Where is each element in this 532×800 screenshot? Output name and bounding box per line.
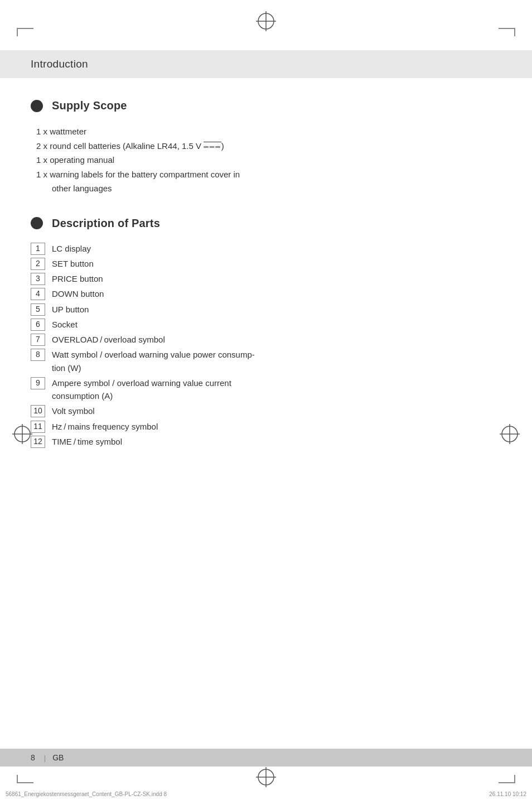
list-item: 9 Ampere symbol / overload warning value… <box>31 377 501 403</box>
list-item: 1 x wattmeter <box>36 124 501 139</box>
supply-scope-bullet <box>31 100 43 112</box>
part-text-12: TIME / time symbol <box>52 435 501 448</box>
list-item: 10 Volt symbol <box>31 404 501 417</box>
page-number: 8 <box>31 753 35 762</box>
list-item: 12 TIME / time symbol <box>31 435 501 448</box>
crosshair-right <box>500 424 520 444</box>
list-item: 1 x warning labels for the battery compa… <box>36 167 501 182</box>
list-item: 3 PRICE button <box>31 272 501 285</box>
page-wrapper: Introduction Supply Scope 1 x wattmeter … <box>0 0 532 800</box>
footer-right-text: 26.11.10 10:12 <box>489 791 526 797</box>
corner-bl <box>17 782 33 783</box>
list-item: 5 UP button <box>31 303 501 316</box>
supply-list: 1 x wattmeter 2 x round cell batteries (… <box>31 124 501 196</box>
list-item: 6 Socket <box>31 318 501 331</box>
crosshair-top <box>256 11 276 31</box>
part-text-3: PRICE button <box>52 272 501 285</box>
part-text-11: Hz / mains frequency symbol <box>52 420 501 433</box>
footer-language: GB <box>52 753 64 762</box>
part-number-4: 4 <box>31 288 45 300</box>
corner-bl-v <box>17 775 18 783</box>
part-number-7: 7 <box>31 334 45 346</box>
part-number-8: 8 <box>31 349 45 361</box>
description-of-parts-heading-container: Description of Parts <box>31 217 501 230</box>
part-text-5: UP button <box>52 303 501 316</box>
footer-band: 8 | GB <box>0 749 532 767</box>
supply-scope-heading-container: Supply Scope <box>31 99 501 112</box>
part-text-10: Volt symbol <box>52 404 501 417</box>
corner-br <box>499 782 515 783</box>
list-item: 11 Hz / mains frequency symbol <box>31 420 501 433</box>
list-item: 8 Watt symbol / overload warning value p… <box>31 348 501 374</box>
part-number-6: 6 <box>31 319 45 331</box>
page-footer-text: 56861_Energiekostenmessgeraet_Content_GB… <box>0 791 532 797</box>
crosshair-left <box>12 424 32 444</box>
main-content: Supply Scope 1 x wattmeter 2 x round cel… <box>0 99 532 448</box>
corner-tl-v <box>17 28 18 36</box>
list-item: other languages <box>36 181 501 196</box>
part-text-1: LC display <box>52 242 501 255</box>
list-item: 7 OVERLOAD / overload symbol <box>31 333 501 346</box>
footer-divider: | <box>44 754 46 762</box>
part-number-3: 3 <box>31 273 45 285</box>
corner-tr <box>499 28 515 29</box>
part-number-2: 2 <box>31 258 45 270</box>
list-item: 1 x operating manual <box>36 153 501 167</box>
part-text-8: Watt symbol / overload warning value pow… <box>52 348 501 374</box>
part-number-10: 10 <box>31 405 45 417</box>
corner-br-v <box>514 775 515 783</box>
top-area <box>0 0 532 50</box>
corner-tr-v <box>514 28 515 36</box>
part-text-4: DOWN button <box>52 287 501 300</box>
part-text-2: SET button <box>52 257 501 270</box>
corner-tl <box>17 28 33 29</box>
crosshair-bottom <box>256 767 276 789</box>
part-number-9: 9 <box>31 377 45 389</box>
intro-heading: Introduction <box>31 58 501 70</box>
intro-band: Introduction <box>0 50 532 78</box>
parts-list: 1 LC display 2 SET button 3 PRICE button… <box>31 242 501 449</box>
description-of-parts-heading: Description of Parts <box>52 217 160 230</box>
footer-left-text: 56861_Energiekostenmessgeraet_Content_GB… <box>6 791 167 797</box>
description-of-parts-bullet <box>31 217 43 229</box>
part-number-12: 12 <box>31 436 45 448</box>
part-text-7: OVERLOAD / overload symbol <box>52 333 501 346</box>
part-text-6: Socket <box>52 318 501 331</box>
list-item: 2 SET button <box>31 257 501 270</box>
list-item: 2 x round cell batteries (Alkaline LR44,… <box>36 139 501 153</box>
list-item: 4 DOWN button <box>31 287 501 300</box>
supply-scope-heading: Supply Scope <box>52 99 127 112</box>
list-item: 1 LC display <box>31 242 501 255</box>
part-number-5: 5 <box>31 303 45 316</box>
part-text-9: Ampere symbol / overload warning value c… <box>52 377 501 403</box>
part-number-1: 1 <box>31 243 45 255</box>
part-number-11: 11 <box>31 421 45 433</box>
